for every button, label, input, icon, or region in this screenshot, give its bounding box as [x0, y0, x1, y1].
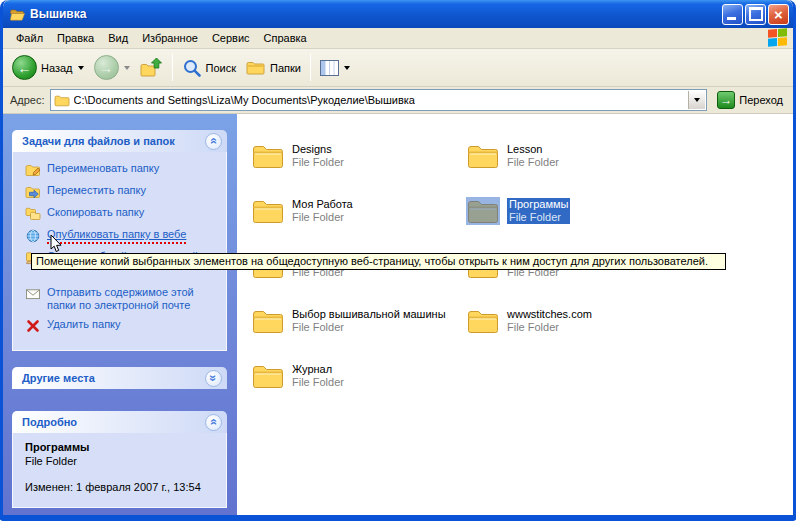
details-panel-header[interactable]: Подробно [12, 411, 227, 433]
menu-view[interactable]: Вид [101, 30, 135, 46]
views-dropdown-icon[interactable] [344, 66, 350, 70]
folder-type: File Folder [292, 211, 344, 223]
folder-icon [251, 362, 285, 390]
task-label: Скопировать папку [47, 206, 144, 219]
minimize-button[interactable] [722, 4, 743, 25]
forward-button[interactable] [89, 53, 135, 82]
copy-folder-icon [25, 206, 41, 222]
folder-item-designs[interactable]: DesignsFile Folder [251, 128, 466, 183]
task-publish-folder-web[interactable]: Опубликовать папку в вебе [25, 228, 222, 244]
back-icon [12, 55, 37, 80]
task-label: Опубликовать папку в вебе [47, 228, 186, 244]
folder-icon [466, 307, 500, 335]
menu-favorites[interactable]: Избранное [135, 30, 205, 46]
details-folder-type: File Folder [25, 455, 220, 467]
folder-item-vybor-mashiny[interactable]: Выбор вышивальной машиныFile Folder [251, 293, 466, 348]
folder-item-lesson[interactable]: LessonFile Folder [466, 128, 681, 183]
back-button[interactable]: Назад [7, 53, 89, 82]
up-folder-icon [140, 57, 163, 78]
back-label: Назад [41, 62, 73, 74]
task-move-folder[interactable]: Переместить папку [25, 184, 222, 200]
up-button[interactable] [135, 55, 168, 80]
details-panel-title: Подробно [22, 416, 77, 428]
folder-item-programmy[interactable]: ПрограммыFile Folder [466, 183, 681, 238]
task-label: Переместить папку [47, 184, 146, 197]
folder-type: File Folder [509, 211, 561, 223]
folder-type: File Folder [507, 321, 559, 333]
menu-tools[interactable]: Сервис [205, 30, 257, 46]
folder-icon [251, 142, 285, 170]
details-folder-name: Программы [25, 441, 220, 453]
publish-web-icon [25, 228, 41, 244]
window-title: Вышивка [30, 7, 722, 21]
views-button[interactable] [315, 58, 355, 78]
folder-type: File Folder [507, 156, 559, 168]
search-button[interactable]: Поиск [177, 56, 241, 80]
folder-icon [466, 142, 500, 170]
go-label: Переход [739, 94, 783, 106]
tasks-panel-header[interactable]: Задачи для файлов и папок [12, 130, 227, 152]
menu-help[interactable]: Справка [257, 30, 314, 46]
folders-button[interactable]: Папки [241, 57, 306, 78]
forward-icon [94, 55, 119, 80]
task-copy-folder[interactable]: Скопировать папку [25, 206, 222, 222]
address-dropdown-button[interactable] [688, 91, 705, 109]
other-places-panel: Другие места [12, 367, 227, 389]
window-controls [722, 4, 789, 25]
folder-name: Выбор вышивальной машины [292, 308, 446, 320]
toolbar-separator [310, 54, 311, 81]
folder-name: Designs [292, 143, 332, 155]
details-modified-date: Изменен: 1 февраля 2007 г., 13:54 [25, 481, 220, 493]
go-button[interactable]: Переход [712, 91, 788, 109]
folder-icon [466, 197, 500, 225]
folder-name: wwwstitches.com [507, 308, 592, 320]
email-icon [25, 286, 41, 302]
folder-type: File Folder [292, 156, 344, 168]
address-input[interactable]: C:\Documents and Settings\Liza\My Docume… [50, 89, 708, 111]
folder-list-area[interactable]: DesignsFile Folder LessonFile Folder Моя… [237, 114, 793, 515]
folder-name: Lesson [507, 143, 542, 155]
address-path: C:\Documents and Settings\Liza\My Docume… [74, 94, 415, 106]
folder-type: File Folder [292, 376, 344, 388]
details-panel-body: Программы File Folder Изменен: 1 февраля… [12, 433, 227, 508]
tooltip: Помещение копий выбранных элементов на о… [31, 253, 726, 270]
task-delete-folder[interactable]: Удалить папку [25, 318, 222, 334]
task-label: Переименовать папку [47, 162, 159, 175]
task-rename-folder[interactable]: Переименовать папку [25, 162, 222, 178]
back-dropdown-icon[interactable] [78, 66, 84, 70]
views-icon [320, 60, 339, 76]
folder-item-wwwstitches[interactable]: wwwstitches.comFile Folder [466, 293, 681, 348]
task-email-folder[interactable]: Отправить содержимое этой папки по элект… [25, 286, 222, 312]
file-folder-tasks-panel: Задачи для файлов и папок Переименовать … [12, 130, 227, 351]
titlebar[interactable]: Вышивка [3, 0, 793, 28]
move-folder-icon [25, 184, 41, 200]
addressbar: Адрес: C:\Documents and Settings\Liza\My… [3, 87, 793, 114]
chevron-up-icon[interactable] [205, 133, 222, 150]
folder-name: Программы [509, 198, 568, 210]
forward-dropdown-icon[interactable] [124, 66, 130, 70]
folder-item-moya-rabota[interactable]: Моя РаботаFile Folder [251, 183, 466, 238]
search-icon [182, 58, 202, 78]
other-places-header[interactable]: Другие места [12, 367, 227, 389]
menu-edit[interactable]: Правка [50, 30, 101, 46]
rename-folder-icon [25, 162, 41, 178]
folder-item-zhurnal[interactable]: ЖурналFile Folder [251, 348, 466, 403]
folders-label: Папки [270, 62, 301, 74]
explorer-window: Вышивка Файл Правка Вид Избранное Сервис… [0, 0, 796, 521]
task-pane: Задачи для файлов и папок Переименовать … [3, 114, 237, 515]
close-button[interactable] [768, 4, 789, 25]
menu-file[interactable]: Файл [9, 30, 50, 46]
task-label: Отправить содержимое этой папки по элект… [47, 286, 212, 312]
open-folder-icon [9, 7, 26, 22]
tasks-panel-body: Переименовать папку Переместить папку [12, 152, 227, 351]
folders-icon [246, 59, 266, 76]
tasks-panel-title: Задачи для файлов и папок [22, 135, 175, 147]
maximize-button[interactable] [745, 4, 766, 25]
folder-name: Моя Работа [292, 198, 353, 210]
folder-type: File Folder [292, 321, 344, 333]
task-label: Удалить папку [47, 318, 121, 331]
chevron-down-icon[interactable] [205, 370, 222, 387]
search-label: Поиск [206, 62, 236, 74]
details-panel: Подробно Программы File Folder Изменен: … [12, 411, 227, 508]
chevron-up-icon[interactable] [205, 414, 222, 431]
